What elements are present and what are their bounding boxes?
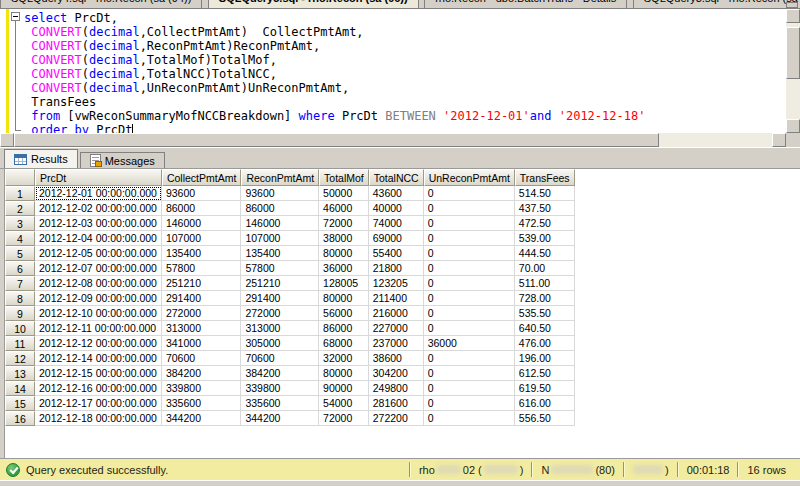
row-header[interactable]: 13 — [5, 366, 35, 381]
grid-cell[interactable]: 344200 — [241, 411, 319, 426]
grid-cell[interactable]: 93600 — [162, 186, 241, 201]
grid-cell[interactable]: 0 — [424, 321, 515, 336]
scroll-up-button[interactable] — [786, 9, 800, 23]
grid-cell[interactable]: 93600 — [241, 186, 319, 201]
code-line[interactable]: order by PrcDt — [24, 123, 786, 133]
grid-cell[interactable]: 0 — [424, 351, 515, 366]
grid-cell[interactable]: 2012-12-04 00:00:00.000 — [35, 231, 162, 246]
grid-cell[interactable]: 291400 — [162, 291, 241, 306]
grid-cell[interactable]: 514.50 — [515, 186, 575, 201]
grid-cell[interactable]: 2012-12-09 00:00:00.000 — [35, 291, 162, 306]
grid-cell[interactable]: 40000 — [369, 201, 424, 216]
grid-cell[interactable]: 72000 — [319, 411, 369, 426]
grid-cell[interactable]: 227000 — [369, 321, 424, 336]
grid-cell[interactable]: 74000 — [369, 216, 424, 231]
grid-cell[interactable]: 344200 — [162, 411, 241, 426]
grid-cell[interactable]: 2012-12-12 00:00:00.000 — [35, 336, 162, 351]
grid-cell[interactable]: 335600 — [162, 396, 241, 411]
grid-cell[interactable]: 0 — [424, 201, 515, 216]
code-line[interactable]: CONVERT(decimal,TotalNCC)TotalNCC, — [24, 67, 786, 81]
grid-cell[interactable]: 313000 — [162, 321, 241, 336]
grid-cell[interactable]: 107000 — [162, 231, 241, 246]
row-header[interactable]: 16 — [5, 411, 35, 426]
grid-cell[interactable]: 437.50 — [515, 201, 575, 216]
grid-cell[interactable]: 146000 — [241, 216, 319, 231]
document-tab-3[interactable]: rho.Recon - dbo.BatchTrans - Details — [424, 0, 627, 8]
grid-cell[interactable]: 640.50 — [515, 321, 575, 336]
row-header[interactable]: 8 — [5, 291, 35, 306]
grid-cell[interactable]: 2012-12-01 00:00:00.000 — [35, 186, 162, 201]
grid-column-header[interactable]: PrcDt — [35, 169, 162, 186]
row-header[interactable]: 14 — [5, 381, 35, 396]
row-header[interactable]: 9 — [5, 306, 35, 321]
document-tab-2-active[interactable]: SQLQuery5.sql - rho.Recon (sa (96)) — [208, 0, 419, 8]
grid-cell[interactable]: 0 — [424, 381, 515, 396]
code-lines[interactable]: select PrcDt, CONVERT(decimal,CollectPmt… — [24, 9, 786, 133]
grid-cell[interactable]: 70.00 — [515, 261, 575, 276]
grid-cell[interactable]: 305000 — [241, 336, 319, 351]
vertical-scroll-thumb[interactable] — [786, 27, 800, 79]
tab-results[interactable]: Results — [4, 149, 78, 168]
code-line[interactable]: CONVERT(decimal,UnReconPmtAmt)UnReconPmt… — [24, 81, 786, 95]
row-header[interactable]: 5 — [5, 246, 35, 261]
grid-cell[interactable]: 69000 — [369, 231, 424, 246]
grid-column-header[interactable]: CollectPmtAmt — [162, 169, 241, 186]
grid-cell[interactable]: 511.00 — [515, 276, 575, 291]
grid-cell[interactable]: 291400 — [241, 291, 319, 306]
grid-cell[interactable]: 2012-12-11 00:00:00.000 — [35, 321, 162, 336]
grid-cell[interactable]: 196.00 — [515, 351, 575, 366]
grid-cell[interactable]: 123205 — [369, 276, 424, 291]
code-line[interactable]: from [vwReconSummaryMofNCCBreakdown] whe… — [24, 109, 786, 123]
grid-cell[interactable]: 444.50 — [515, 246, 575, 261]
grid-cell[interactable]: 0 — [424, 231, 515, 246]
grid-column-header[interactable]: TotalNCC — [369, 169, 424, 186]
grid-cell[interactable]: 46000 — [319, 201, 369, 216]
grid-cell[interactable]: 0 — [424, 186, 515, 201]
grid-cell[interactable]: 56000 — [319, 306, 369, 321]
grid-cell[interactable]: 55400 — [369, 246, 424, 261]
row-header[interactable]: 15 — [5, 396, 35, 411]
grid-cell[interactable]: 384200 — [241, 366, 319, 381]
grid-cell[interactable]: 304200 — [369, 366, 424, 381]
grid-cell[interactable]: 0 — [424, 261, 515, 276]
grid-cell[interactable]: 211400 — [369, 291, 424, 306]
row-header[interactable]: 12 — [5, 351, 35, 366]
grid-cell[interactable]: 341000 — [162, 336, 241, 351]
collapse-region-icon[interactable] — [11, 12, 20, 21]
grid-cell[interactable]: 556.50 — [515, 411, 575, 426]
row-header[interactable]: 6 — [5, 261, 35, 276]
grid-cell[interactable]: 2012-12-14 00:00:00.000 — [35, 351, 162, 366]
grid-cell[interactable]: 70600 — [241, 351, 319, 366]
grid-column-header[interactable]: TotalMof — [319, 169, 369, 186]
grid-cell[interactable]: 86000 — [241, 201, 319, 216]
grid-cell[interactable]: 57800 — [162, 261, 241, 276]
grid-cell[interactable]: 135400 — [241, 246, 319, 261]
grid-cell[interactable]: 90000 — [319, 381, 369, 396]
horizontal-scroll-thumb[interactable] — [14, 133, 659, 147]
grid-cell[interactable]: 0 — [424, 306, 515, 321]
grid-cell[interactable]: 728.00 — [515, 291, 575, 306]
grid-cell[interactable]: 539.00 — [515, 231, 575, 246]
grid-cell[interactable]: 339800 — [162, 381, 241, 396]
editor-vertical-scrollbar[interactable] — [786, 9, 800, 133]
grid-cell[interactable]: 128005 — [319, 276, 369, 291]
grid-cell[interactable]: 2012-12-16 00:00:00.000 — [35, 381, 162, 396]
grid-cell[interactable]: 0 — [424, 396, 515, 411]
grid-cell[interactable]: 535.50 — [515, 306, 575, 321]
code-line[interactable]: CONVERT(decimal,TotalMof)TotalMof, — [24, 53, 786, 67]
grid-cell[interactable]: 0 — [424, 216, 515, 231]
select-all-corner[interactable] — [5, 169, 35, 186]
grid-cell[interactable]: 38000 — [319, 231, 369, 246]
grid-cell[interactable]: 68000 — [319, 336, 369, 351]
row-header[interactable]: 11 — [5, 336, 35, 351]
grid-cell[interactable]: 70600 — [162, 351, 241, 366]
grid-cell[interactable]: 0 — [424, 291, 515, 306]
row-header[interactable]: 10 — [5, 321, 35, 336]
tab-messages[interactable]: Messages — [80, 152, 165, 168]
grid-cell[interactable]: 107000 — [241, 231, 319, 246]
grid-cell[interactable]: 36000 — [319, 261, 369, 276]
row-header[interactable]: 7 — [5, 276, 35, 291]
grid-cell[interactable]: 50000 — [319, 186, 369, 201]
row-header[interactable]: 3 — [5, 216, 35, 231]
grid-cell[interactable]: 384200 — [162, 366, 241, 381]
